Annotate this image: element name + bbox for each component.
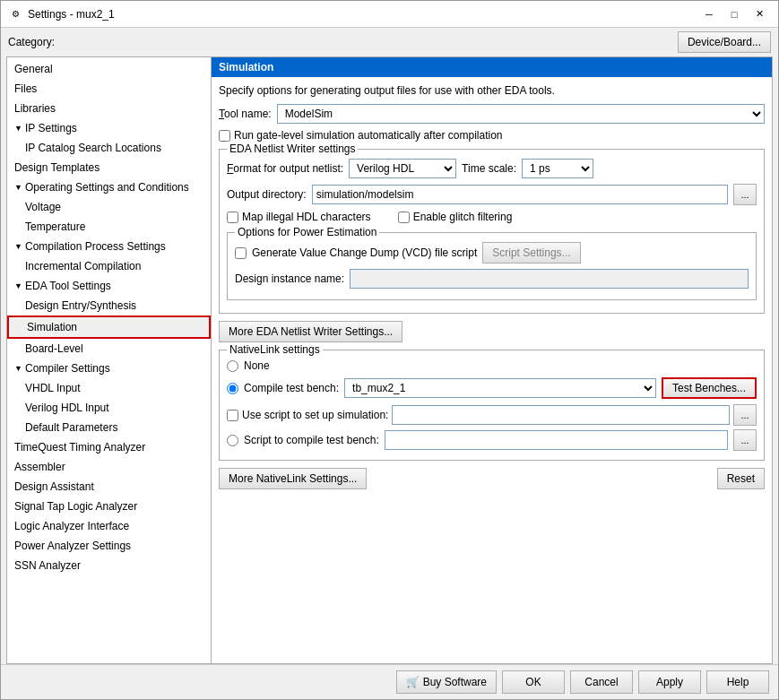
- sidebar-item-libraries[interactable]: Libraries: [7, 99, 211, 118]
- sidebar-item-operating-settings[interactable]: ▼Operating Settings and Conditions: [7, 177, 211, 197]
- tool-name-label: Tool name:: [219, 108, 272, 120]
- sidebar-item-design-entry-synthesis[interactable]: Design Entry/Synthesis: [7, 296, 211, 315]
- sidebar-item-eda-tool-settings[interactable]: ▼EDA Tool Settings: [7, 276, 211, 296]
- nativelink-title: NativeLink settings: [227, 343, 323, 356]
- more-nativelink-button[interactable]: More NativeLink Settings...: [219, 468, 367, 489]
- sidebar-item-catalog-search[interactable]: IP Catalog Search Locations: [7, 138, 211, 158]
- design-instance-row: Design instance name:: [235, 269, 749, 289]
- eda-netlist-content: Format for output netlist: Verilog HDL T…: [227, 159, 757, 300]
- use-script-input[interactable]: [392, 405, 730, 425]
- reset-button[interactable]: Reset: [717, 468, 765, 489]
- run-gate-level-checkbox[interactable]: [219, 130, 230, 142]
- output-dir-label: Output directory:: [227, 188, 307, 201]
- sidebar-item-compilation-process[interactable]: ▼Compilation Process Settings: [7, 237, 211, 256]
- map-illegal-checkbox[interactable]: [227, 212, 238, 223]
- map-illegal-row: Map illegal HDL characters: [227, 211, 371, 223]
- sidebar-item-design-templates[interactable]: Design Templates: [7, 158, 211, 177]
- close-button[interactable]: ✕: [748, 5, 771, 23]
- design-instance-input[interactable]: [350, 269, 749, 289]
- app-icon: ⚙: [8, 7, 22, 22]
- power-estimation-content: Generate Value Change Dump (VCD) file sc…: [235, 242, 749, 289]
- maximize-button[interactable]: □: [723, 5, 746, 23]
- buy-software-button[interactable]: 🛒 Buy Software: [396, 670, 497, 694]
- enable-glitch-checkbox[interactable]: [398, 212, 410, 223]
- main-split: General Files Libraries ▼IP Settings IP …: [6, 56, 773, 664]
- sidebar-item-signal-tap[interactable]: Signal Tap Logic Analyzer: [7, 497, 211, 516]
- compiler-arrow: ▼: [14, 360, 23, 376]
- buy-software-label: Buy Software: [423, 676, 487, 688]
- tool-name-row: Tool name: ModelSim: [219, 104, 765, 124]
- run-gate-level-label: Run gate-level simulation automatically …: [234, 129, 502, 142]
- eda-netlist-group: EDA Netlist Writer settings Format for o…: [219, 149, 765, 314]
- enable-glitch-row: Enable glitch filtering: [398, 211, 513, 223]
- sidebar-item-voltage[interactable]: Voltage: [7, 197, 211, 217]
- script-compile-radio[interactable]: [227, 435, 238, 446]
- help-button[interactable]: Help: [706, 670, 769, 694]
- format-label: Format for output netlist:: [227, 162, 343, 175]
- more-nativelink-row: More NativeLink Settings... Reset: [219, 468, 765, 489]
- compilation-arrow: ▼: [14, 238, 23, 255]
- compile-bench-select[interactable]: tb_mux2_1: [344, 378, 656, 398]
- output-dir-browse-button[interactable]: ...: [733, 184, 757, 205]
- ok-button[interactable]: OK: [502, 670, 565, 694]
- format-timescale-row: Format for output netlist: Verilog HDL T…: [227, 159, 757, 178]
- script-compile-input[interactable]: [385, 430, 728, 450]
- sidebar-item-power-analyzer[interactable]: Power Analyzer Settings: [7, 536, 211, 556]
- script-settings-button[interactable]: Script Settings...: [482, 242, 580, 264]
- sidebar-item-simulation[interactable]: Simulation: [7, 315, 211, 339]
- compile-bench-row: Compile test bench: tb_mux2_1 Test Bench…: [227, 377, 757, 399]
- enable-glitch-label: Enable glitch filtering: [413, 211, 513, 223]
- none-radio-row: None: [227, 359, 757, 372]
- sidebar-item-incremental-compilation[interactable]: Incremental Compilation: [7, 256, 211, 276]
- time-scale-select[interactable]: 1 ps: [522, 159, 593, 178]
- generate-vcd-label: Generate Value Change Dump (VCD) file sc…: [252, 246, 477, 259]
- sidebar-item-vhdl-input[interactable]: VHDL Input: [7, 378, 211, 398]
- sidebar-item-general[interactable]: General: [7, 59, 211, 79]
- output-dir-row: Output directory: ...: [227, 184, 757, 205]
- sidebar-item-design-assistant[interactable]: Design Assistant: [7, 477, 211, 497]
- device-board-button[interactable]: Device/Board...: [678, 31, 771, 53]
- sidebar-item-timequest[interactable]: TimeQuest Timing Analyzer: [7, 437, 211, 457]
- script-compile-browse-button[interactable]: ...: [733, 429, 757, 451]
- sidebar-item-verilog-hdl-input[interactable]: Verilog HDL Input: [7, 398, 211, 418]
- sidebar-item-assembler[interactable]: Assembler: [7, 457, 211, 477]
- none-radio[interactable]: [227, 360, 238, 372]
- use-script-label: Use script to set up simulation:: [242, 409, 388, 421]
- test-benches-button[interactable]: Test Benches...: [662, 377, 757, 399]
- more-eda-row: More EDA Netlist Writer Settings...: [219, 321, 765, 342]
- sidebar-item-board-level[interactable]: Board-Level: [7, 339, 211, 359]
- sidebar-item-files[interactable]: Files: [7, 79, 211, 99]
- sidebar-item-default-parameters[interactable]: Default Parameters: [7, 418, 211, 437]
- sidebar-item-logic-analyzer[interactable]: Logic Analyzer Interface: [7, 516, 211, 536]
- main-window: ⚙ Settings - mux2_1 ─ □ ✕ Category: Devi…: [0, 0, 779, 700]
- sidebar-item-compiler-settings[interactable]: ▼Compiler Settings: [7, 359, 211, 378]
- category-label: Category:: [8, 36, 55, 48]
- top-bar: Category: Device/Board...: [1, 28, 778, 56]
- eda-tool-arrow: ▼: [14, 278, 23, 294]
- nativelink-group: NativeLink settings None Compile test be…: [219, 350, 765, 461]
- output-dir-input[interactable]: [312, 185, 728, 204]
- power-estimation-title: Options for Power Estimation: [235, 226, 379, 238]
- compile-bench-radio[interactable]: [227, 383, 238, 394]
- script-compile-label: Script to compile test bench:: [244, 434, 379, 446]
- apply-button[interactable]: Apply: [638, 670, 701, 694]
- more-eda-button[interactable]: More EDA Netlist Writer Settings...: [219, 321, 402, 342]
- sidebar-item-temperature[interactable]: Temperature: [7, 217, 211, 237]
- use-script-checkbox[interactable]: [227, 410, 238, 421]
- sidebar: General Files Libraries ▼IP Settings IP …: [7, 57, 212, 663]
- sidebar-item-ssn-analyzer[interactable]: SSN Analyzer: [7, 556, 211, 575]
- minimize-button[interactable]: ─: [697, 5, 721, 23]
- cancel-button[interactable]: Cancel: [570, 670, 633, 694]
- use-script-row: Use script to set up simulation: ...: [227, 404, 757, 426]
- panel-description: Specify options for generating output fi…: [219, 84, 765, 97]
- sidebar-item-ip-settings[interactable]: ▼IP Settings: [7, 118, 211, 138]
- generate-vcd-checkbox[interactable]: [235, 247, 247, 259]
- right-panel: Simulation Specify options for generatin…: [212, 57, 772, 663]
- window-title: Settings - mux2_1: [28, 8, 115, 21]
- compile-bench-label: Compile test bench:: [244, 382, 339, 394]
- tool-name-select[interactable]: ModelSim: [277, 104, 765, 124]
- title-bar-left: ⚙ Settings - mux2_1: [8, 7, 115, 22]
- none-label: None: [244, 359, 270, 372]
- use-script-browse-button[interactable]: ...: [733, 404, 757, 426]
- format-select[interactable]: Verilog HDL: [349, 159, 456, 178]
